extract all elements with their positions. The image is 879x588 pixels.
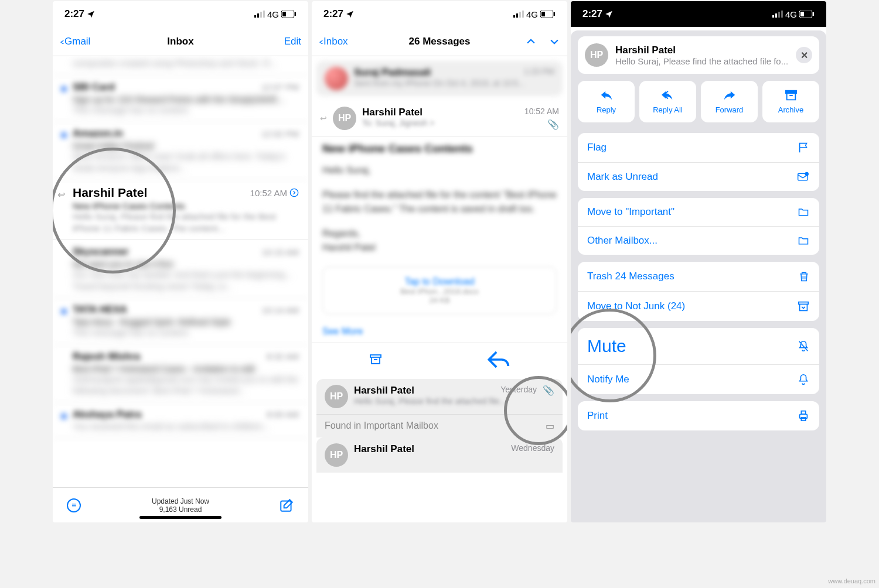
svg-rect-17	[772, 15, 774, 18]
svg-rect-3	[263, 11, 265, 18]
network-label: 4G	[267, 9, 279, 19]
svg-rect-22	[800, 12, 804, 16]
unread-dot	[61, 86, 67, 92]
home-indicator[interactable]	[139, 516, 222, 519]
flag-icon	[797, 141, 810, 154]
close-button[interactable]: ✕	[796, 47, 812, 63]
trash-icon	[798, 270, 810, 283]
trash-action[interactable]: Trash 24 Messages	[578, 262, 819, 292]
back-button[interactable]: ‹ Inbox	[319, 33, 348, 50]
avatar: HP	[585, 43, 608, 67]
battery-icon	[799, 11, 815, 18]
status-time: 2:27	[323, 8, 343, 20]
list-item[interactable]: composites created using Photoshop and S…	[53, 56, 308, 76]
list-item[interactable]: TATA HEXA10:14 AM Tata Hexa - Rugged Spi…	[53, 298, 308, 345]
sender-name: Harshil Patel	[362, 107, 423, 118]
nav-bar: ‹ Inbox 26 Messages	[312, 27, 567, 56]
print-action[interactable]: Print	[578, 401, 819, 430]
notify-action[interactable]: Notify Me	[578, 365, 819, 394]
back-button[interactable]: ‹ Gmail	[60, 33, 90, 50]
list-item[interactable]: SBI Card12:07 PM Sign up for 10X Reward …	[53, 76, 308, 122]
list-item[interactable]: Rajesh Mishra8:32 AM Best iPad 7 Kicksta…	[53, 345, 308, 403]
folder-icon	[797, 206, 810, 218]
reply-icon[interactable]	[485, 347, 510, 372]
list-item[interactable]: Skyscanner10:15 AM We want you to see it…	[53, 240, 308, 298]
message-body: New iPhone Cases Contents Hello Suraj, P…	[312, 136, 567, 343]
move-action[interactable]: Move to "Important"	[578, 198, 819, 227]
other-mailbox-action[interactable]: Other Mailbox...	[578, 227, 819, 255]
svg-rect-27	[799, 302, 809, 305]
attachment-icon: 📎	[547, 119, 559, 130]
next-message-button[interactable]	[548, 36, 560, 47]
unread-dot	[61, 132, 67, 138]
mute-action[interactable]: Mute	[578, 328, 819, 365]
junk-icon	[797, 300, 810, 313]
status-bar: 2:27 4G	[571, 1, 826, 27]
screen-inbox: 2:27 4G ‹ Gmail Inbox Edit composites cr…	[53, 1, 308, 522]
bell-icon	[797, 373, 810, 386]
reply-all-button[interactable]: Reply All	[639, 81, 696, 122]
replied-icon: ↩	[57, 189, 65, 200]
reply-button[interactable]: Reply	[578, 81, 635, 122]
svg-rect-11	[519, 12, 521, 18]
signal-icon	[772, 11, 783, 18]
preview-text: Hello Suraj, Please find the attached fi…	[615, 56, 789, 66]
found-in-mailbox: Found in Important Mailbox ▭	[316, 414, 563, 437]
junk-action[interactable]: Move to Not Junk (24)	[578, 292, 819, 321]
avatar	[325, 67, 348, 90]
message-header[interactable]: ↩ HP Harshil Patel10:52 AM To: Suraj, Ji…	[312, 101, 567, 136]
flag-action[interactable]: Flag	[578, 133, 819, 163]
network-label: 4G	[526, 9, 538, 19]
status-bar: 2:27 4G	[53, 1, 308, 27]
attachment[interactable]: Tap to Download Best iPhon...2019.docx 2…	[322, 266, 557, 314]
chevron-right-icon	[289, 188, 299, 197]
svg-rect-14	[541, 12, 545, 16]
archive-icon[interactable]	[369, 353, 383, 367]
list-item[interactable]: Akshaya Patra8:00 AM You received this e…	[53, 403, 308, 439]
folder-icon	[797, 235, 810, 247]
recipients[interactable]: To: Suraj, Jignesh >	[362, 118, 559, 128]
svg-rect-23	[813, 12, 814, 16]
bottom-message[interactable]: HP Harshil PatelWednesday	[316, 437, 563, 473]
status-time: 2:27	[64, 8, 84, 20]
back-label: Gmail	[64, 36, 90, 47]
chevron-left-icon: ‹	[319, 36, 323, 46]
edit-button[interactable]: Edit	[284, 36, 301, 47]
svg-rect-30	[801, 418, 805, 421]
mail-list[interactable]: composites created using Photoshop and S…	[53, 56, 308, 487]
chevron-left-icon: ‹	[60, 36, 64, 46]
mark-unread-action[interactable]: Mark as Unread	[578, 163, 819, 191]
svg-rect-5	[282, 12, 286, 16]
see-more-link[interactable]: See More	[322, 326, 557, 337]
svg-rect-9	[513, 15, 515, 18]
list-item-selected[interactable]: ↩ Harshil Patel 10:52 AM New iPhone Case…	[53, 180, 308, 240]
signal-icon	[254, 11, 265, 18]
sender-name: Harshil Patel	[615, 45, 789, 56]
svg-rect-16	[370, 355, 381, 357]
avatar: HP	[325, 385, 348, 408]
prev-message-button[interactable]	[525, 36, 537, 47]
nav-title: Inbox	[53, 36, 308, 47]
quick-actions: Reply Reply All Forward Archive	[578, 81, 819, 122]
svg-rect-18	[775, 13, 777, 18]
archive-button[interactable]: Archive	[762, 81, 819, 122]
avatar: HP	[333, 107, 356, 130]
status-bar: 2:27 4G	[312, 1, 567, 27]
bell-slash-icon	[797, 340, 810, 353]
nav-bar: ‹ Gmail Inbox Edit	[53, 27, 308, 56]
forward-button[interactable]: Forward	[701, 81, 758, 122]
folder-icon: ▭	[546, 421, 554, 432]
next-message[interactable]: HP Harshil PatelYesterday Hello Suraj, P…	[316, 379, 563, 414]
svg-rect-2	[260, 12, 262, 18]
unread-dot	[61, 413, 67, 419]
message-time: 10:52 AM	[524, 107, 559, 116]
list-item[interactable]: Amazon.in12:02 PM Great Indian Festival …	[53, 122, 308, 180]
svg-point-26	[805, 173, 808, 176]
back-label: Inbox	[323, 36, 348, 47]
svg-rect-6	[295, 12, 296, 16]
svg-rect-12	[522, 11, 524, 18]
battery-icon	[540, 11, 556, 18]
previous-message[interactable]: Suraj Padmasali1:23 PM Sent from my iPho…	[316, 61, 563, 96]
svg-rect-24	[785, 91, 796, 94]
attachment-icon: 📎	[543, 385, 554, 408]
